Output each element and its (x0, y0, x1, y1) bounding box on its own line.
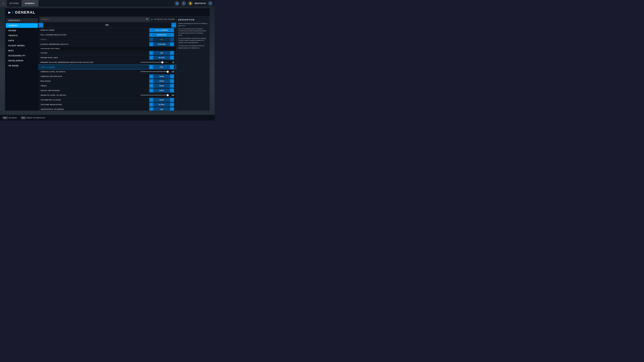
advanced-settings-label: ADVANCED SETTINGS (40, 48, 174, 49)
advanced-settings-header: ADVANCED SETTINGS (38, 46, 176, 51)
display-mode-next-button[interactable]: › (170, 28, 174, 32)
setting-label-texture-resolution: TEXTURE RESOLUTION (40, 104, 140, 105)
table-row: ANISOTROPIC FILTERING ‹ 16X › (38, 107, 176, 111)
display-mode-prev-button[interactable]: ‹ (149, 28, 153, 32)
setting-label-hdr10: HDR10 (40, 38, 140, 40)
setting-control-global-rendering: ‹ CUSTOM › (140, 42, 174, 46)
anisotropic-value: 16X (153, 107, 170, 111)
setting-label-render-scaling: RENDER SCALING (RENDERING RESOLUTION 307… (40, 61, 140, 63)
texture-resolution-next-button[interactable]: › (170, 103, 174, 107)
hdr10-next-button[interactable]: › (170, 37, 174, 41)
hdr10-prev-button[interactable]: ‹ (149, 37, 153, 41)
setting-label-grass-bushes: GRASS AND BUSHES (40, 89, 140, 91)
reset-key: F12 (21, 116, 26, 119)
desc-para-2: FXAA (Fast Approximate Anti-Aliasing): P… (178, 28, 208, 36)
volumetric-clouds-value: HIGH (153, 98, 170, 102)
objects-lod-slider[interactable] (140, 95, 168, 95)
options-label: OPTIONS (7, 2, 22, 4)
frame-rate-prev-button[interactable]: ‹ (149, 56, 153, 60)
search-icon: 🔍 (146, 18, 148, 20)
setting-control-terrain-lod: 150 (140, 71, 174, 72)
main-panel: ▶ | GENERAL GRAPHICS CAMERA SOUND TRAFFI… (5, 8, 210, 111)
terrain-lod-slider[interactable] (140, 71, 168, 72)
go-back-key: Esc (3, 116, 8, 119)
setting-control-texture-resolution: ‹ ULTRA › (140, 103, 174, 107)
sidebar-item-vr-mode[interactable]: VR MODE (6, 63, 38, 68)
resolution-prev-button[interactable]: ‹ (149, 33, 153, 37)
texture-resolution-prev-button[interactable]: ‹ (149, 103, 153, 107)
pc-nav-prev-button[interactable]: ‹ (38, 23, 43, 27)
sidebar-item-developers[interactable]: DEVELOPERS (6, 58, 38, 63)
sidebar-item-graphics[interactable]: GRAPHICS (6, 18, 38, 23)
home-button[interactable]: ⌂ (0, 0, 7, 7)
sidebar-item-data[interactable]: DATA (6, 38, 38, 43)
grass-bushes-value: HIGH (153, 88, 170, 92)
setting-control-objects-lod: 150 (140, 94, 174, 96)
vsync-value: ON (153, 51, 170, 55)
buildings-next-button[interactable]: › (170, 79, 174, 83)
resolution-next-button[interactable]: › (170, 33, 174, 37)
global-rendering-value: CUSTOM (153, 42, 170, 46)
notifications-icon[interactable]: 🔔 (188, 1, 193, 6)
terrain-vector-prev-button[interactable]: ‹ (149, 74, 153, 78)
hdr10-value: ON (153, 37, 170, 41)
go-back-button[interactable]: Esc GO BACK (3, 116, 17, 119)
setting-control-anisotropic: ‹ 16X › (140, 107, 174, 111)
settings-area: 🔍 ▶ 60 RESULT(S) FOUND ‹ PC › DISPLAY MO… (38, 16, 176, 111)
reset-defaults-button[interactable]: F12 RESET TO DEFAULTS (21, 116, 46, 119)
avatar-icon[interactable]: 👤 (208, 1, 213, 6)
table-row: RENDER SCALING (RENDERING RESOLUTION 307… (38, 60, 176, 65)
panel-divider: | (12, 10, 13, 14)
sidebar-item-camera[interactable]: CAMERA (6, 23, 38, 28)
setting-label-display-mode: DISPLAY MODE (40, 29, 140, 31)
bottom-bar: Esc GO BACK F12 RESET TO DEFAULTS (0, 115, 215, 121)
trees-prev-button[interactable]: ‹ (149, 84, 153, 88)
desc-para-3: DLAA (Directionally Localized Anti-Alias… (178, 37, 208, 44)
pc-navigation: ‹ PC › (38, 22, 176, 28)
sidebar-item-sound[interactable]: SOUND (6, 28, 38, 33)
setting-control-volumetric-clouds: ‹ HIGH › (140, 98, 174, 102)
anti-aliasing-next-button[interactable]: › (170, 65, 174, 69)
buildings-prev-button[interactable]: ‹ (149, 79, 153, 83)
pc-nav-next-button[interactable]: › (172, 23, 176, 27)
trees-next-button[interactable]: › (170, 84, 174, 88)
terrain-vector-next-button[interactable]: › (170, 74, 174, 78)
global-rendering-next-button[interactable]: › (170, 42, 174, 46)
setting-label-objects-lod: OBJECTS LEVEL OF DETAIL (40, 94, 140, 96)
search-input[interactable] (42, 18, 146, 20)
sidebar-item-traffic[interactable]: TRAFFIC (6, 33, 38, 38)
table-row: TEXTURE RESOLUTION ‹ ULTRA › (38, 102, 176, 107)
global-rendering-prev-button[interactable]: ‹ (149, 42, 153, 46)
anisotropic-next-button[interactable]: › (170, 107, 174, 111)
panel-header: ▶ | GENERAL (5, 8, 210, 16)
table-row: OBJECTS LEVEL OF DETAIL 150 (38, 93, 176, 97)
frame-rate-next-button[interactable]: › (170, 56, 174, 60)
desc-para-1: Enable anti-aliasing and choose from dif… (178, 22, 208, 27)
anisotropic-prev-button[interactable]: ‹ (149, 107, 153, 111)
grass-bushes-prev-button[interactable]: ‹ (149, 88, 153, 92)
anti-aliasing-prev-button[interactable]: ‹ (149, 65, 153, 69)
table-row: GRASS AND BUSHES ‹ HIGH › (38, 88, 176, 93)
volumetric-clouds-next-button[interactable]: › (170, 98, 174, 102)
volumetric-clouds-prev-button[interactable]: ‹ (149, 98, 153, 102)
description-title: DESCRIPTION (178, 19, 208, 21)
setting-label-volumetric-clouds: VOLUMETRIC CLOUDS (40, 99, 140, 101)
table-row: VOLUMETRIC CLOUDS ‹ HIGH › (38, 97, 176, 102)
community-icon[interactable]: 👥 (174, 1, 179, 6)
vsync-prev-button[interactable]: ‹ (149, 51, 153, 55)
render-scaling-slider[interactable] (140, 62, 168, 62)
search-field-wrap[interactable]: 🔍 (40, 17, 150, 22)
general-tab[interactable]: GENERAL (22, 0, 38, 6)
render-scaling-value: 80 (169, 61, 174, 63)
sidebar-item-misc[interactable]: MISC (6, 48, 38, 53)
anti-aliasing-value: TAA (153, 65, 170, 69)
pc-nav-title: PC (106, 24, 109, 26)
sidebar-item-flight-model[interactable]: FLIGHT MODEL (6, 43, 38, 48)
table-row: V-SYNC ‹ ON › (38, 51, 176, 55)
vsync-next-button[interactable]: › (170, 51, 174, 55)
reset-label: RESET TO DEFAULTS (27, 117, 46, 119)
sidebar-item-accessibility[interactable]: ACCESSIBILITY (6, 53, 38, 58)
profile-icon[interactable]: 👤 (181, 1, 186, 6)
grass-bushes-next-button[interactable]: › (170, 88, 174, 92)
table-row: HDR10 ‹ ON › (38, 37, 176, 42)
